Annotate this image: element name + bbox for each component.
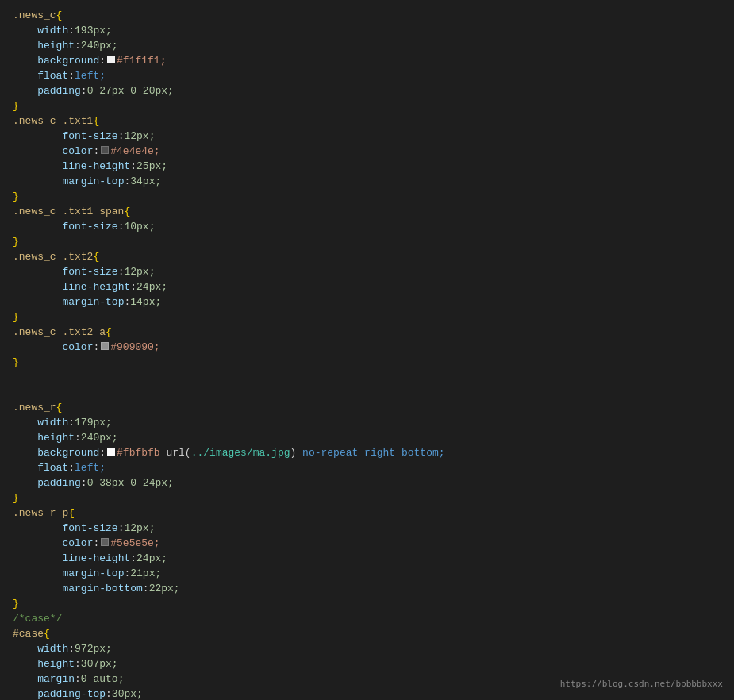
code-line [0, 385, 734, 400]
code-line: height: 240px; [0, 38, 734, 53]
css-value: left; [75, 68, 106, 83]
code-line: .news_c .txt2{ [0, 249, 734, 264]
css-property: padding [37, 475, 81, 490]
css-property: font-size [62, 264, 117, 279]
code-line: color: #909090; [0, 340, 734, 355]
css-property: line-height [62, 159, 130, 174]
css-value: 22px; [149, 581, 180, 596]
code-line: float: left; [0, 460, 734, 475]
code-line: height: 240px; [0, 430, 734, 445]
css-property: height [37, 430, 75, 445]
css-value: 24px; [136, 279, 167, 294]
code-line: /*case*/ [0, 611, 734, 626]
code-line: font-size: 12px; [0, 129, 734, 144]
css-color-value: #5e5e5e; [110, 536, 159, 551]
color-swatch [107, 56, 115, 63]
css-property: padding [37, 83, 81, 98]
css-color-value: #4e4e4e; [110, 144, 159, 159]
code-line: margin-bottom: 22px; [0, 581, 734, 596]
css-color-value: #f1f1f1; [117, 53, 166, 68]
css-value: 972px; [75, 641, 112, 656]
css-value: 34px; [130, 174, 161, 189]
code-line: } [0, 310, 734, 325]
code-line: .news_r p{ [0, 506, 734, 521]
code-editor: .news_c{ width: 193px; height: 240px; ba… [0, 0, 734, 700]
css-value: 10px; [124, 219, 155, 234]
comment: /*case*/ [13, 611, 62, 626]
code-line: font-size: 12px; [0, 264, 734, 279]
code-line: #case{ [0, 626, 734, 641]
code-line: margin-top: 21px; [0, 566, 734, 581]
code-line: .news_c .txt1 span{ [0, 204, 734, 219]
css-value: 12px; [124, 521, 155, 536]
css-property: line-height [62, 279, 130, 294]
code-line: color: #5e5e5e; [0, 536, 734, 551]
code-line: float: left; [0, 68, 734, 83]
css-property: margin-top [62, 174, 124, 189]
css-value: 240px; [81, 430, 118, 445]
watermark: https://blog.csdn.net/bbbbbbxxx [560, 679, 723, 689]
code-line: .news_c{ [0, 8, 734, 23]
css-value: 0 38px 0 24px; [87, 475, 174, 490]
code-line: background: #fbfbfb url(../images/ma.jpg… [0, 445, 734, 460]
css-property: float [37, 460, 68, 475]
code-line: padding: 0 27px 0 20px; [0, 83, 734, 98]
css-value: 307px; [81, 656, 118, 671]
css-value: 25px; [136, 159, 167, 174]
css-property: font-size [62, 521, 117, 536]
color-swatch [107, 448, 115, 456]
color-swatch [101, 146, 109, 154]
css-value: 21px; [130, 566, 161, 581]
code-line: padding: 0 38px 0 24px; [0, 475, 734, 490]
css-property: color [62, 536, 93, 551]
css-url-path: ../images/ma.jpg [191, 445, 290, 460]
color-swatch [101, 538, 109, 546]
code-line: .news_c .txt1{ [0, 113, 734, 129]
css-property: font-size [62, 129, 117, 144]
css-property: background [37, 445, 99, 460]
css-property: padding-top [37, 687, 106, 700]
css-property: margin-bottom [62, 581, 142, 596]
code-line: } [0, 355, 734, 370]
code-line: .news_r{ [0, 400, 734, 415]
code-line: line-height: 25px; [0, 159, 734, 174]
code-line: } [0, 596, 734, 611]
css-property: height [37, 656, 75, 671]
code-line: background: #f1f1f1; [0, 53, 734, 68]
css-color-value: #909090; [110, 340, 159, 355]
code-line [0, 370, 734, 385]
css-property: width [37, 641, 68, 656]
css-value: 179px; [75, 415, 112, 430]
css-property: float [37, 68, 68, 83]
css-value: 30px; [112, 687, 143, 700]
code-line: width: 193px; [0, 23, 734, 38]
css-property: font-size [62, 219, 117, 234]
code-line: line-height: 24px; [0, 551, 734, 566]
css-value: 14px; [130, 294, 161, 310]
css-property: color [62, 340, 93, 355]
css-property: line-height [62, 551, 130, 566]
code-line: } [0, 189, 734, 204]
css-property: margin-top [62, 566, 124, 581]
css-value: 240px; [81, 38, 118, 53]
code-line: font-size: 12px; [0, 521, 734, 536]
css-value: 24px; [136, 551, 167, 566]
css-value: left; [75, 460, 106, 475]
css-property: width [37, 415, 68, 430]
css-color-value: #fbfbfb [117, 445, 160, 460]
code-line: font-size: 10px; [0, 219, 734, 234]
css-value: 12px; [124, 129, 155, 144]
code-line: height: 307px; [0, 656, 734, 671]
code-line: line-height: 24px; [0, 279, 734, 294]
css-property: margin [37, 671, 75, 687]
css-value: 193px; [75, 23, 112, 38]
code-line: } [0, 234, 734, 249]
code-line: } [0, 490, 734, 506]
css-property: color [62, 144, 93, 159]
css-value: 12px; [124, 264, 155, 279]
code-line: margin-top: 14px; [0, 294, 734, 310]
code-line: color: #4e4e4e; [0, 144, 734, 159]
code-line: margin-top: 34px; [0, 174, 734, 189]
css-property: width [37, 23, 68, 38]
code-line: width: 179px; [0, 415, 734, 430]
